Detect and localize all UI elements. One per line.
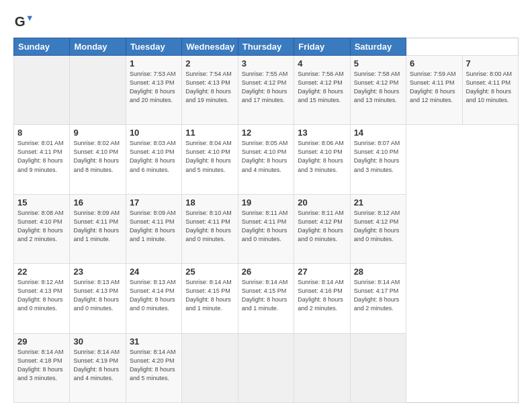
calendar-day-cell: 26Sunrise: 8:14 AMSunset: 4:15 PMDayligh… [238,264,294,333]
day-number: 22 [17,267,66,277]
calendar-day-cell: 8Sunrise: 8:01 AMSunset: 4:11 PMDaylight… [14,125,70,194]
calendar-week-row: 8Sunrise: 8:01 AMSunset: 4:11 PMDaylight… [14,125,519,194]
day-of-week-header: Sunday [14,38,70,56]
day-info: Sunrise: 8:02 AMSunset: 4:10 PMDaylight:… [73,139,122,174]
day-info: Sunrise: 8:14 AMSunset: 4:17 PMDaylight:… [354,278,402,313]
calendar-week-row: 15Sunrise: 8:08 AMSunset: 4:10 PMDayligh… [14,194,519,263]
day-info: Sunrise: 7:54 AMSunset: 4:13 PMDaylight:… [185,70,234,105]
day-info: Sunrise: 8:14 AMSunset: 4:15 PMDaylight:… [242,278,290,313]
calendar-week-row: 29Sunrise: 8:14 AMSunset: 4:18 PMDayligh… [14,333,519,402]
day-of-week-header: Wednesday [182,38,238,56]
day-info: Sunrise: 8:00 AMSunset: 4:11 PMDaylight:… [466,70,515,105]
calendar-day-cell: 27Sunrise: 8:14 AMSunset: 4:16 PMDayligh… [294,264,350,333]
day-number: 28 [354,267,402,277]
calendar-week-row: 1Sunrise: 7:53 AMSunset: 4:13 PMDaylight… [14,56,519,125]
day-number: 7 [466,58,515,68]
day-info: Sunrise: 8:13 AMSunset: 4:14 PMDaylight:… [130,278,178,313]
day-number: 13 [298,128,346,138]
calendar-day-cell: 20Sunrise: 8:11 AMSunset: 4:12 PMDayligh… [294,194,350,263]
calendar-day-cell [294,333,350,402]
day-of-week-header: Friday [294,38,350,56]
calendar-day-cell: 4Sunrise: 7:56 AMSunset: 4:12 PMDaylight… [294,56,350,125]
calendar-day-cell: 24Sunrise: 8:13 AMSunset: 4:14 PMDayligh… [126,264,181,333]
calendar-day-cell: 23Sunrise: 8:13 AMSunset: 4:13 PMDayligh… [70,264,126,333]
day-number: 14 [354,128,402,138]
calendar-day-cell [14,56,70,125]
calendar-day-cell [350,333,406,402]
calendar-day-cell: 10Sunrise: 8:03 AMSunset: 4:10 PMDayligh… [126,125,181,194]
day-number: 21 [354,197,402,208]
calendar-day-cell [238,333,294,402]
day-of-week-header: Tuesday [126,38,181,56]
day-info: Sunrise: 8:13 AMSunset: 4:13 PMDaylight:… [73,278,122,313]
day-info: Sunrise: 8:11 AMSunset: 4:12 PMDaylight:… [298,209,346,244]
calendar-day-cell: 25Sunrise: 8:14 AMSunset: 4:15 PMDayligh… [182,264,238,333]
calendar-day-cell: 21Sunrise: 8:12 AMSunset: 4:12 PMDayligh… [350,194,406,263]
day-info: Sunrise: 8:07 AMSunset: 4:10 PMDaylight:… [354,139,402,174]
day-info: Sunrise: 8:12 AMSunset: 4:12 PMDaylight:… [354,209,402,244]
calendar-day-cell: 5Sunrise: 7:58 AMSunset: 4:12 PMDaylight… [350,56,406,125]
day-info: Sunrise: 8:08 AMSunset: 4:10 PMDaylight:… [17,209,66,244]
calendar-day-cell [182,333,238,402]
day-number: 9 [73,128,122,138]
calendar-day-cell: 16Sunrise: 8:09 AMSunset: 4:11 PMDayligh… [70,194,126,263]
calendar-day-cell: 7Sunrise: 8:00 AMSunset: 4:11 PMDaylight… [462,56,519,125]
day-info: Sunrise: 8:06 AMSunset: 4:10 PMDaylight:… [298,139,346,174]
day-number: 31 [130,336,178,347]
day-number: 30 [73,336,122,347]
logo-icon: G [13,13,32,32]
day-info: Sunrise: 8:14 AMSunset: 4:16 PMDaylight:… [298,278,346,313]
day-info: Sunrise: 8:09 AMSunset: 4:11 PMDaylight:… [73,209,122,244]
day-number: 18 [185,197,234,208]
day-number: 17 [130,197,178,208]
day-number: 11 [185,128,234,138]
svg-marker-1 [28,16,32,21]
day-info: Sunrise: 7:56 AMSunset: 4:12 PMDaylight:… [298,70,346,105]
calendar-day-cell: 17Sunrise: 8:09 AMSunset: 4:11 PMDayligh… [126,194,181,263]
day-number: 8 [17,128,66,138]
day-info: Sunrise: 8:14 AMSunset: 4:19 PMDaylight:… [73,348,122,383]
day-info: Sunrise: 8:12 AMSunset: 4:13 PMDaylight:… [17,278,66,313]
calendar-day-cell: 6Sunrise: 7:59 AMSunset: 4:11 PMDaylight… [406,56,462,125]
day-info: Sunrise: 7:58 AMSunset: 4:12 PMDaylight:… [354,70,402,105]
calendar-day-cell: 19Sunrise: 8:11 AMSunset: 4:11 PMDayligh… [238,194,294,263]
calendar-day-cell: 1Sunrise: 7:53 AMSunset: 4:13 PMDaylight… [126,56,181,125]
day-info: Sunrise: 8:14 AMSunset: 4:20 PMDaylight:… [130,348,178,383]
calendar-day-cell: 28Sunrise: 8:14 AMSunset: 4:17 PMDayligh… [350,264,406,333]
day-number: 6 [410,58,458,68]
calendar-day-cell: 2Sunrise: 7:54 AMSunset: 4:13 PMDaylight… [182,56,238,125]
day-info: Sunrise: 8:11 AMSunset: 4:11 PMDaylight:… [242,209,290,244]
page: G SundayMondayTuesdayWednesdayThursdayFr… [0,0,532,411]
day-info: Sunrise: 7:55 AMSunset: 4:12 PMDaylight:… [242,70,290,105]
day-number: 25 [185,267,234,277]
day-info: Sunrise: 8:03 AMSunset: 4:10 PMDaylight:… [130,139,178,174]
calendar-week-row: 22Sunrise: 8:12 AMSunset: 4:13 PMDayligh… [14,264,519,333]
day-number: 24 [130,267,178,277]
calendar-day-cell: 14Sunrise: 8:07 AMSunset: 4:10 PMDayligh… [350,125,406,194]
day-number: 10 [130,128,178,138]
calendar-day-cell: 29Sunrise: 8:14 AMSunset: 4:18 PMDayligh… [14,333,70,402]
day-info: Sunrise: 7:53 AMSunset: 4:13 PMDaylight:… [130,70,178,105]
day-info: Sunrise: 8:05 AMSunset: 4:10 PMDaylight:… [242,139,290,174]
day-number: 19 [242,197,290,208]
day-number: 23 [73,267,122,277]
calendar-day-cell: 30Sunrise: 8:14 AMSunset: 4:19 PMDayligh… [70,333,126,402]
day-info: Sunrise: 8:09 AMSunset: 4:11 PMDaylight:… [130,209,178,244]
header: G [13,11,519,32]
logo: G [13,13,35,32]
day-of-week-header: Saturday [350,38,406,56]
day-number: 1 [130,58,178,68]
day-number: 15 [17,197,66,208]
day-info: Sunrise: 8:04 AMSunset: 4:10 PMDaylight:… [185,139,234,174]
day-number: 20 [298,197,346,208]
calendar-day-cell [70,56,126,125]
calendar-table: SundayMondayTuesdayWednesdayThursdayFrid… [13,38,519,403]
day-info: Sunrise: 7:59 AMSunset: 4:11 PMDaylight:… [410,70,458,105]
calendar-day-cell: 3Sunrise: 7:55 AMSunset: 4:12 PMDaylight… [238,56,294,125]
calendar-day-cell: 12Sunrise: 8:05 AMSunset: 4:10 PMDayligh… [238,125,294,194]
day-of-week-header: Thursday [238,38,294,56]
day-number: 12 [242,128,290,138]
day-number: 5 [354,58,402,68]
day-number: 3 [242,58,290,68]
day-number: 4 [298,58,346,68]
